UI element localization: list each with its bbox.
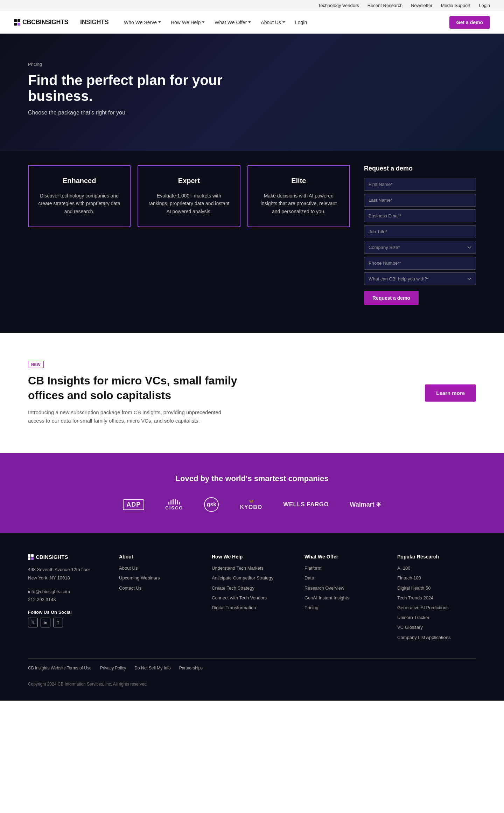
footer-link-competitor[interactable]: Anticipate Competitor Strategy [212,575,290,581]
footer-top: CBINSIGHTS 498 Seventh Avenue 12th floor… [28,554,476,644]
kyobo-logo: 🦋 KYOBO [240,499,262,510]
footer-link-webinars[interactable]: Upcoming Webinars [119,575,198,581]
help-select[interactable]: What can CBI help you with?* Market Rese… [364,272,476,285]
job-title-input[interactable] [364,225,476,238]
linkedin-icon[interactable]: in [41,618,50,627]
footer-contact: info@cbinsights.com 212 292 3148 [28,588,105,604]
loved-section: Loved by the world's smartest companies … [0,453,504,533]
chevron-down-icon [282,21,285,23]
gsk-logo: gsk [204,497,219,512]
pricing-card-expert-desc: Evaluate 1,000+ markets with rankings, p… [147,192,231,215]
footer-link-about-us[interactable]: About Us [119,565,198,571]
topbar-recent-research[interactable]: Recent Research [368,3,402,8]
footer-link-techtrends[interactable]: Tech Trends 2024 [397,595,476,601]
nav-about-us[interactable]: About Us [257,17,289,28]
logo-text: CBINSIGHTS [31,19,68,26]
footer-terms[interactable]: CB Insights Website Terms of Use [28,666,92,670]
footer-col-offer: What We Offer Platform Data Research Ove… [304,554,383,644]
company-size-select[interactable]: Company Size* 1-10 11-50 51-200 201-500 … [364,241,476,254]
pricing-section: Enhanced Discover technology companies a… [0,151,504,333]
pricing-card-elite: Elite Make decisions with AI powered ins… [247,165,350,227]
footer-link-company-list[interactable]: Company List Applications [397,634,476,641]
footer-col-research-title: Popular Research [397,554,476,560]
footer-link-platform[interactable]: Platform [304,565,383,571]
pricing-card-expert-title: Expert [147,177,231,185]
first-name-input[interactable] [364,178,476,191]
demo-form: Request a demo Company Size* 1-10 11-50 … [364,165,476,305]
chevron-down-icon [158,21,161,23]
phone-input[interactable] [364,257,476,270]
logos-row: ADP CISCO gsk 🦋 KYOBO WELLS FARGO [28,497,476,512]
request-demo-button[interactable]: Request a demo [364,291,419,305]
footer-social-label: Follow Us On Social [28,610,105,615]
footer-col-how-title: How We Help [212,554,290,560]
footer-address: 498 Seventh Avenue 12th floor New York, … [28,565,105,582]
footer-link-unicorn[interactable]: Unicorn Tracker [397,614,476,621]
new-section-desc: Introducing a new subscription package f… [28,408,238,425]
social-icons: 𝕏 in f [28,618,105,627]
last-name-input[interactable] [364,194,476,207]
logo-label: INSIGHTS [80,19,108,26]
footer-link-data[interactable]: Data [304,575,383,581]
nav-how-we-help[interactable]: How We Help [167,17,209,28]
chevron-down-icon [202,21,205,23]
footer-link-genai[interactable]: GenAI Instant Insights [304,595,383,601]
footer-logo: CBINSIGHTS [28,554,105,560]
footer-partnerships[interactable]: Partnerships [179,666,203,670]
nav-what-we-offer[interactable]: What We Offer [210,17,255,28]
footer-link-tech-strategy[interactable]: Create Tech Strategy [212,585,290,591]
footer-bottom: CB Insights Website Terms of Use Privacy… [28,658,476,687]
topbar-newsletter[interactable]: Newsletter [411,3,432,8]
footer-link-research[interactable]: Research Overview [304,585,383,591]
footer-link-fintech100[interactable]: Fintech 100 [397,575,476,581]
footer-link-pricing[interactable]: Pricing [304,605,383,611]
footer-copyright: Copyright 2024 CB Information Services, … [28,682,476,687]
footer-brand: CBINSIGHTS 498 Seventh Avenue 12th floor… [28,554,105,644]
footer-privacy[interactable]: Privacy Policy [100,666,126,670]
new-section-title: CB Insights for micro VCs, small family … [28,374,238,403]
footer-link-tech-vendors[interactable]: Connect with Tech Vendors [212,595,290,601]
hero-subtitle: Choose the package that's right for you. [28,110,476,116]
nav-who-we-serve[interactable]: Who We Serve [120,17,165,28]
hero-label: Pricing [28,62,476,67]
new-section-content: NEW CB Insights for micro VCs, small fam… [28,361,238,425]
footer-link-digital-transformation[interactable]: Digital Transformation [212,605,290,611]
footer-link-ai100[interactable]: AI 100 [397,565,476,571]
hero-section: Pricing Find the perfect plan for your b… [0,34,504,151]
cisco-logo: CISCO [165,499,183,510]
twitter-icon[interactable]: 𝕏 [28,618,38,627]
footer-col-about: About About Us Upcoming Webinars Contact… [119,554,198,644]
footer-link-genai-predictions[interactable]: Generative AI Predictions [397,605,476,611]
learn-more-button[interactable]: Learn more [425,384,476,402]
wells-fargo-logo: WELLS FARGO [283,501,329,508]
logo[interactable]: CBCBINSIGHTS [14,19,68,26]
topbar-technology-vendors[interactable]: Technology Vendors [318,3,359,8]
topbar-media-support[interactable]: Media Support [441,3,471,8]
footer-col-research: Popular Research AI 100 Fintech 100 Digi… [397,554,476,644]
walmart-logo: Walmart ✳ [350,501,381,508]
footer-logo-text: CBINSIGHTS [36,554,68,560]
nav-login[interactable]: Login [291,17,311,28]
footer-link-contact[interactable]: Contact Us [119,585,198,591]
footer-col-how: How We Help Understand Tech Markets Anti… [212,554,290,644]
logo-icon [14,19,20,26]
footer-link-vc-glossary[interactable]: VC Glossary [397,624,476,631]
pricing-card-enhanced-title: Enhanced [37,177,121,185]
topbar-login[interactable]: Login [479,3,490,8]
footer-link-digitalhealth[interactable]: Digital Health 50 [397,585,476,591]
email-input[interactable] [364,209,476,222]
pricing-cards: Enhanced Discover technology companies a… [28,165,350,227]
demo-form-title: Request a demo [364,165,476,172]
footer-col-about-title: About [119,554,198,560]
footer: CBINSIGHTS 498 Seventh Avenue 12th floor… [0,533,504,701]
new-section: NEW CB Insights for micro VCs, small fam… [0,333,504,453]
pricing-card-enhanced: Enhanced Discover technology companies a… [28,165,131,227]
facebook-icon[interactable]: f [53,618,63,627]
pricing-card-elite-desc: Make decisions with AI powered insights … [257,192,341,215]
footer-do-not-sell[interactable]: Do Not Sell My Info [134,666,170,670]
top-bar: Technology Vendors Recent Research Newsl… [0,0,504,11]
chevron-down-icon [248,21,251,23]
adp-logo: ADP [123,499,144,510]
footer-link-tech-markets[interactable]: Understand Tech Markets [212,565,290,571]
get-demo-button[interactable]: Get a demo [449,16,490,29]
